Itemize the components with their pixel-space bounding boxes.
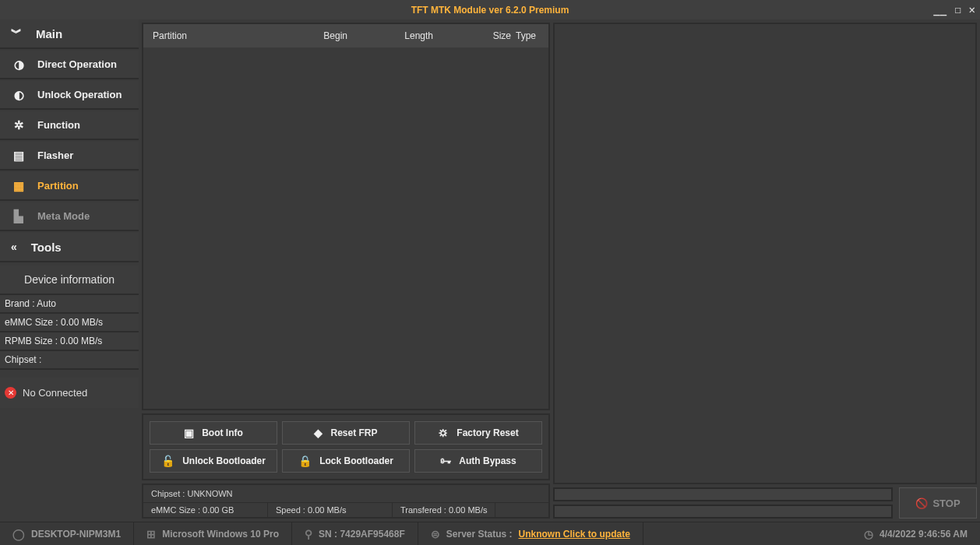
status-host-label: DESKTOP-NIPM3M1 — [31, 529, 121, 540]
table-header: Partition Begin Length Size Type — [143, 24, 548, 47]
title-bar: TFT MTK Module ver 6.2.0 Premium __ ☐ ✕ — [0, 0, 980, 19]
right-column: 🚫 STOP — [553, 19, 980, 522]
status-sn: ⚲ SN : 7429AF95468F — [292, 522, 418, 545]
strip-chipset: Chipset : UNKNOWN — [143, 485, 548, 503]
sidebar-item-partition[interactable]: ▦ Partition — [0, 172, 139, 201]
chevron-down-icon: ︾ — [11, 26, 22, 40]
device-info-title: Device information — [0, 265, 139, 295]
sidebar-item-label: Unlock Operation — [37, 89, 122, 100]
clock-icon: ◷ — [864, 528, 873, 540]
user-icon: ◯ — [12, 528, 25, 540]
sidebar: ︾ Main ◑ Direct Operation ◐ Unlock Opera… — [0, 19, 139, 522]
device-info-panel: Device information Brand : Auto eMMC Siz… — [0, 265, 139, 370]
unlock-bootloader-button[interactable]: 🔓Unlock Bootloader — [150, 449, 277, 473]
strip-transfered: Transfered : 0.00 MB/s — [393, 503, 495, 517]
sidebar-item-label: Meta Mode — [37, 210, 90, 222]
button-label: Auth Bypass — [459, 455, 516, 466]
col-size[interactable]: Size — [433, 30, 511, 41]
col-partition[interactable]: Partition — [153, 30, 254, 41]
key-icon: 🗝 — [440, 455, 451, 467]
server-status-link[interactable]: Unknown Click to update — [518, 529, 629, 540]
sidebar-item-label: Flasher — [37, 149, 73, 161]
window-controls: __ ☐ ✕ — [933, 3, 975, 16]
sidebar-item-flasher[interactable]: ▤ Flasher — [0, 142, 139, 171]
partition-table: Partition Begin Length Size Type — [142, 23, 550, 410]
info-emmc: eMMC Size : 0.00 MB/s — [0, 314, 139, 332]
sidebar-header-tools[interactable]: « Tools — [0, 233, 139, 262]
status-datetime: ◷ 4/4/2022 9:46:56 AM — [851, 522, 980, 545]
gear-icon: ✲ — [11, 118, 26, 132]
status-datetime-label: 4/4/2022 9:46:56 AM — [880, 529, 968, 540]
eraser-icon: ◆ — [314, 427, 323, 439]
col-begin[interactable]: Begin — [254, 30, 347, 41]
stop-button[interactable]: 🚫 STOP — [899, 487, 977, 519]
window-title: TFT MTK Module ver 6.2.0 Premium — [411, 5, 569, 16]
partition-icon: ▦ — [11, 179, 26, 193]
status-dot-icon: ✕ — [5, 387, 16, 399]
button-label: Reset FRP — [330, 427, 377, 438]
button-label: Boot Info — [202, 427, 243, 438]
info-rpmb: RPMB Size : 0.00 MB/s — [0, 332, 139, 351]
sidebar-item-direct-operation[interactable]: ◑ Direct Operation — [0, 51, 139, 79]
reset-frp-button[interactable]: ◆Reset FRP — [282, 421, 410, 445]
info-chipset: Chipset : — [0, 351, 139, 370]
action-buttons: ▣Boot Info ◆Reset FRP ⛭Factory Reset 🔓Un… — [142, 413, 550, 480]
status-os-label: Microsoft Windows 10 Pro — [162, 529, 279, 540]
status-sn-label: SN : 7429AF95468F — [319, 529, 405, 540]
stop-label: STOP — [932, 498, 960, 509]
chip-icon: ▣ — [184, 427, 194, 439]
progress-bars — [553, 487, 893, 519]
sidebar-header-tools-label: Tools — [31, 241, 62, 254]
strip-speed: Speed : 0.00 MB/s — [268, 503, 393, 517]
strip-emmc: eMMC Size : 0.00 GB — [143, 503, 268, 517]
status-server-label: Server Status : — [446, 529, 513, 540]
lock-icon: 🔒 — [298, 455, 312, 467]
lock-bootloader-button[interactable]: 🔒Lock Bootloader — [282, 449, 410, 473]
progress-bar-1 — [553, 487, 893, 501]
bottom-controls: 🚫 STOP — [553, 487, 977, 519]
button-label: Factory Reset — [457, 427, 518, 438]
progress-bar-2 — [553, 505, 893, 519]
button-label: Lock Bootloader — [319, 455, 393, 466]
auth-bypass-button[interactable]: 🗝Auth Bypass — [414, 449, 542, 473]
windows-icon: ⊞ — [146, 528, 156, 540]
unlock-icon: ◐ — [11, 88, 26, 102]
col-length[interactable]: Length — [347, 30, 433, 41]
sidebar-item-label: Function — [37, 119, 80, 131]
status-bar: ◯ DESKTOP-NIPM3M1 ⊞ Microsoft Windows 10… — [0, 522, 980, 545]
chevron-left-icon: « — [11, 241, 17, 253]
minimize-button[interactable]: __ — [933, 3, 947, 16]
boot-info-button[interactable]: ▣Boot Info — [150, 421, 277, 445]
center-column: Partition Begin Length Size Type ▣Boot I… — [139, 19, 553, 522]
maximize-button[interactable]: ☐ — [954, 3, 961, 16]
flash-icon: ▤ — [11, 149, 26, 163]
sidebar-item-meta-mode[interactable]: ▙ Meta Mode — [0, 202, 139, 231]
unlock-icon: 🔓 — [161, 455, 174, 467]
stop-icon: 🚫 — [915, 498, 928, 509]
col-type[interactable]: Type — [511, 30, 539, 41]
log-area — [553, 23, 977, 484]
bolt-icon: ◑ — [11, 58, 26, 72]
connection-label: No Connected — [23, 387, 87, 399]
globe-icon: ⊜ — [431, 528, 440, 540]
button-label: Unlock Bootloader — [182, 455, 266, 466]
chip-icon: ▙ — [11, 209, 26, 223]
factory-reset-button[interactable]: ⛭Factory Reset — [414, 421, 542, 445]
close-button[interactable]: ✕ — [969, 3, 975, 16]
info-strip: Chipset : UNKNOWN eMMC Size : 0.00 GB Sp… — [142, 483, 550, 519]
status-os: ⊞ Microsoft Windows 10 Pro — [134, 522, 292, 545]
sidebar-item-function[interactable]: ✲ Function — [0, 111, 139, 140]
info-brand: Brand : Auto — [0, 295, 139, 314]
status-host: ◯ DESKTOP-NIPM3M1 — [0, 522, 134, 545]
sidebar-item-label: Partition — [37, 180, 79, 192]
sidebar-item-unlock-operation[interactable]: ◐ Unlock Operation — [0, 81, 139, 110]
sidebar-header-main-label: Main — [36, 27, 62, 40]
factory-icon: ⛭ — [438, 427, 449, 439]
connection-status: ✕ No Connected — [0, 378, 139, 408]
status-server: ⊜ Server Status : Unknown Click to updat… — [418, 522, 643, 545]
serial-icon: ⚲ — [305, 528, 312, 540]
sidebar-header-main[interactable]: ︾ Main — [0, 19, 139, 49]
sidebar-item-label: Direct Operation — [37, 58, 117, 70]
